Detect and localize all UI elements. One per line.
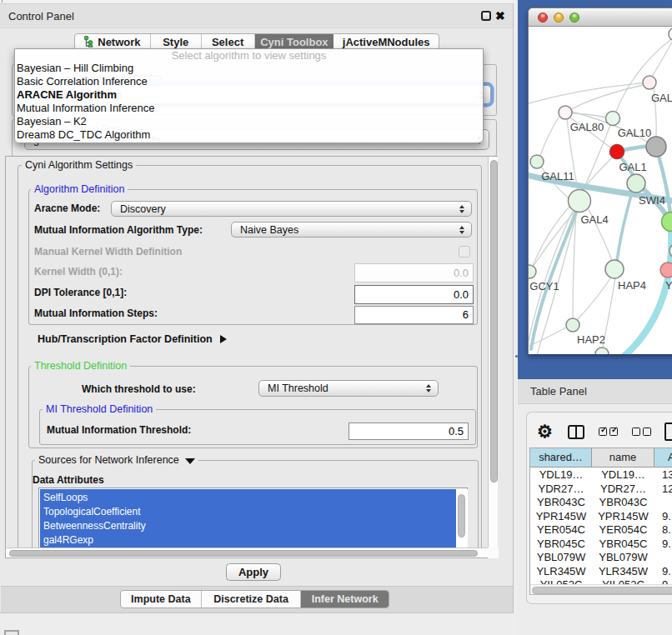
table-hscrollbar[interactable]	[530, 584, 672, 594]
network-node[interactable]	[569, 190, 591, 212]
attributes-scrollbar-thumb[interactable]	[458, 494, 465, 538]
minimize-window-button[interactable]	[554, 12, 564, 22]
gear-icon[interactable]: ⚙	[537, 422, 553, 442]
table-row[interactable]: YDR27…YDR27…12.	[530, 482, 672, 497]
tab-network[interactable]: Network	[75, 34, 151, 49]
column-header-shared-name[interactable]: shared…	[530, 448, 592, 468]
network-window-titlebar[interactable]	[529, 8, 672, 27]
data-attributes-list[interactable]: SelfLoopsTopologicalCoefficientBetweenne…	[38, 488, 468, 548]
tab-select[interactable]: Select	[202, 34, 255, 49]
dock-panel-icon[interactable]	[4, 630, 19, 635]
network-node[interactable]	[595, 348, 609, 354]
network-graph: GAL2GAL80GAL10GAL1GAL11SWI4GAL4GCY1HAP4Y…	[529, 27, 672, 354]
network-edge[interactable]	[529, 82, 649, 103]
splitter-grip-dot[interactable]	[515, 355, 518, 358]
dpi-tolerance-field[interactable]: 0.0	[354, 285, 474, 304]
network-edge[interactable]	[540, 116, 559, 156]
network-node[interactable]	[669, 28, 672, 41]
tab-impute-data-label: Impute Data	[131, 593, 191, 605]
document-icon[interactable]	[664, 422, 672, 441]
network-node[interactable]	[610, 145, 624, 159]
settings-vscrollbar-thumb[interactable]	[490, 160, 498, 482]
table-cell: YPR145W	[592, 510, 654, 524]
hub-definition-toggle[interactable]: Hub/Transcription Factor Definition	[38, 332, 227, 346]
mi-threshold-field[interactable]: 0.5	[349, 422, 469, 440]
table-cell: YLR345W	[530, 565, 592, 579]
table-hscrollbar-thumb[interactable]	[532, 587, 672, 594]
data-attributes-label: Data Attributes	[33, 473, 104, 487]
tab-infer-network[interactable]: Infer Network	[301, 591, 389, 608]
network-edge[interactable]	[583, 125, 610, 191]
mi-algorithm-type-combo[interactable]: Naive Bayes	[231, 222, 472, 238]
settings-hscrollbar-thumb[interactable]	[9, 550, 478, 557]
table-row[interactable]: YBR045CYBR045C9.	[530, 538, 672, 552]
table-cell: YER054C	[592, 523, 654, 538]
table-row[interactable]: YLR345WYLR345W9.	[530, 565, 672, 579]
network-node[interactable]	[530, 155, 544, 168]
network-node[interactable]	[605, 260, 624, 278]
algorithm-popup-item[interactable]: Bayesian – Hill Climbing	[15, 62, 483, 75]
network-node[interactable]	[643, 76, 656, 89]
table-row[interactable]: YBR043CYBR043C	[530, 496, 672, 510]
tab-style[interactable]: Style	[151, 34, 202, 49]
attributes-list-scrollbar[interactable]	[456, 489, 468, 548]
which-threshold-label: Which threshold to use:	[82, 382, 196, 396]
network-node[interactable]	[660, 262, 672, 278]
algorithm-popup-item[interactable]: Bayesian – K2	[15, 115, 483, 128]
hub-definition-label: Hub/Transcription Factor Definition	[38, 333, 213, 345]
settings-vscrollbar[interactable]	[488, 157, 498, 548]
tab-cyni-toolbox[interactable]: Cyni Toolbox	[255, 34, 334, 49]
table-cell: YPR145W	[530, 510, 592, 524]
table-row[interactable]: YDL19…YDL19…13.	[530, 468, 672, 482]
attribute-list-item[interactable]: BetweennessCentrality	[40, 519, 456, 533]
check-mark-icon: ✓	[600, 425, 607, 434]
settings-hscrollbar[interactable]	[6, 548, 488, 558]
column-header-name[interactable]: name	[592, 448, 654, 468]
tab-jactivemnodules-label: jActiveMNodules	[343, 36, 430, 48]
control-panel-title: Control Panel	[8, 4, 74, 28]
close-panel-button[interactable]: ✖	[495, 7, 505, 25]
column-header-third[interactable]: A	[654, 448, 672, 468]
network-node[interactable]	[566, 318, 579, 332]
manual-kernel-width-checkbox[interactable]	[459, 246, 470, 258]
network-node[interactable]	[559, 106, 572, 119]
network-edge[interactable]	[578, 278, 610, 319]
table-panel-title: Table Panel	[530, 379, 587, 404]
aracne-mode-combo[interactable]: Discovery	[111, 201, 472, 217]
attribute-list-item[interactable]: gal4RGexp	[40, 533, 456, 548]
network-node[interactable]	[646, 137, 666, 157]
which-threshold-value: MI Threshold	[259, 382, 422, 394]
close-window-button[interactable]	[538, 12, 548, 22]
network-canvas[interactable]: GAL2GAL80GAL10GAL1GAL11SWI4GAL4GCY1HAP4Y…	[529, 27, 672, 354]
network-node[interactable]	[606, 112, 620, 126]
float-window-button[interactable]	[481, 11, 491, 21]
table-row[interactable]: YER054CYER054C8.	[530, 523, 672, 538]
apply-button[interactable]: Apply	[226, 563, 281, 581]
network-edge[interactable]	[617, 192, 632, 261]
kernel-width-field[interactable]: 0.0	[354, 263, 474, 282]
attribute-list-item[interactable]: TopologicalCoefficient	[40, 505, 456, 519]
tab-jactivemnodules[interactable]: jActiveMNodules	[333, 34, 439, 49]
which-threshold-combo[interactable]: MI Threshold	[258, 380, 439, 397]
network-edge[interactable]	[624, 232, 671, 354]
sources-title-row[interactable]: Sources for Network Inference	[35, 454, 198, 467]
unchecked-box-icon[interactable]	[643, 428, 651, 436]
network-node-label: HAP2	[577, 333, 605, 346]
zoom-window-button[interactable]	[569, 12, 579, 22]
attribute-list-item[interactable]: SelfLoops	[40, 491, 456, 505]
mi-steps-field[interactable]: 6	[354, 306, 474, 324]
table-row[interactable]: YBL079WYBL079W	[530, 551, 672, 565]
kernel-width-label: Kernel Width (0,1):	[34, 265, 123, 278]
unchecked-box-icon[interactable]	[632, 428, 640, 436]
algorithm-popup-item[interactable]: Basic Correlation Inference	[15, 75, 483, 88]
table-row[interactable]: YPR145WYPR145W9.	[530, 510, 672, 524]
tab-discretize-data[interactable]: Discretize Data	[202, 591, 302, 608]
network-node[interactable]	[627, 174, 645, 192]
tab-impute-data[interactable]: Impute Data	[121, 591, 202, 608]
algorithm-popup-item[interactable]: ARACNE Algorithm	[15, 88, 483, 102]
network-edge[interactable]	[571, 85, 644, 109]
network-node[interactable]	[529, 265, 536, 278]
algorithm-popup-item[interactable]: Mutual Information Inference	[15, 102, 483, 115]
tab-cyni-toolbox-label: Cyni Toolbox	[260, 36, 328, 48]
algorithm-popup-item[interactable]: Dream8 DC_TDC Algorithm	[15, 128, 483, 142]
